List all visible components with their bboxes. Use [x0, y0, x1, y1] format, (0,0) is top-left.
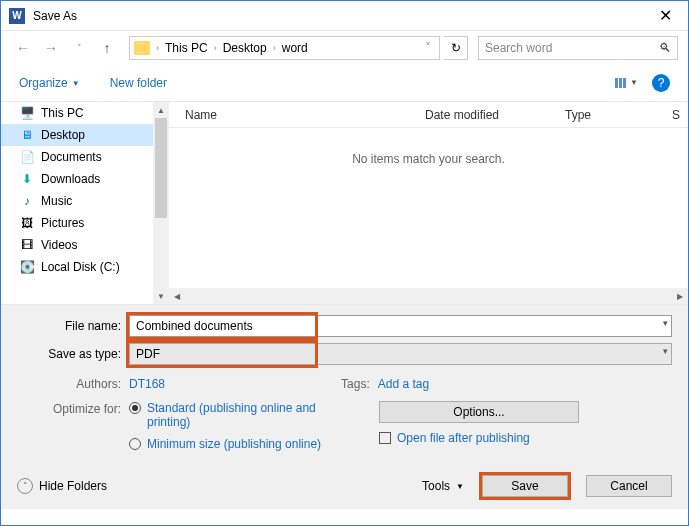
window-title: Save As [33, 9, 77, 23]
optimize-standard-radio[interactable]: Standard (publishing online and printing… [129, 401, 339, 429]
help-icon[interactable]: ? [652, 74, 670, 92]
chevron-down-icon[interactable]: ▾ [663, 346, 668, 356]
sidebar-item-downloads[interactable]: ⬇ Downloads [1, 168, 153, 190]
filename-input[interactable] [129, 315, 672, 337]
up-button[interactable]: ↑ [95, 36, 119, 60]
scroll-left-icon[interactable]: ◀ [169, 288, 185, 304]
filename-label: File name: [17, 319, 129, 333]
savetype-combobox[interactable]: PDF [129, 343, 672, 365]
sidebar-item-desktop[interactable]: 🖥 Desktop [1, 124, 153, 146]
column-date[interactable]: Date modified [425, 108, 565, 122]
filelist-hscrollbar[interactable]: ◀ ▶ [169, 288, 688, 304]
new-folder-button[interactable]: New folder [110, 76, 167, 90]
view-button[interactable]: ▼ [615, 78, 638, 88]
disk-icon: 💽 [19, 260, 35, 274]
cancel-button[interactable]: Cancel [586, 475, 672, 497]
word-app-icon: W [9, 8, 25, 24]
breadcrumb-desktop[interactable]: Desktop [221, 41, 269, 55]
scroll-up-icon[interactable]: ▲ [153, 102, 169, 118]
titlebar: W Save As ✕ [1, 1, 688, 31]
main-area: 🖥️ This PC 🖥 Desktop 📄 Documents ⬇ Downl… [1, 101, 688, 305]
sidebar-item-documents[interactable]: 📄 Documents [1, 146, 153, 168]
document-icon: 📄 [19, 150, 35, 164]
column-name[interactable]: Name [185, 108, 425, 122]
optimize-minimum-radio[interactable]: Minimum size (publishing online) [129, 437, 339, 451]
search-input[interactable]: Search word 🔍︎ [478, 36, 678, 60]
desktop-icon: 🖥 [19, 128, 35, 142]
toolbar: Organize▼ New folder ▼ ? [1, 65, 688, 101]
sidebar-item-pictures[interactable]: 🖼 Pictures [1, 212, 153, 234]
sidebar-item-this-pc[interactable]: 🖥️ This PC [1, 102, 153, 124]
pictures-icon: 🖼 [19, 216, 35, 230]
recent-locations-button[interactable]: ˅ [67, 36, 91, 60]
music-icon: ♪ [19, 194, 35, 208]
navigation-bar: ← → ˅ ↑ › This PC › Desktop › word ˅ ↻ S… [1, 31, 688, 65]
address-dropdown-icon[interactable]: ˅ [421, 41, 435, 55]
column-type[interactable]: Type [565, 108, 645, 122]
savetype-label: Save as type: [17, 347, 129, 361]
search-icon[interactable]: 🔍︎ [659, 41, 671, 55]
column-headers: Name Date modified Type S [169, 102, 688, 128]
close-icon[interactable]: ✕ [651, 6, 680, 25]
tools-button[interactable]: Tools ▼ [422, 479, 464, 493]
back-button[interactable]: ← [11, 36, 35, 60]
refresh-button[interactable]: ↻ [444, 36, 468, 60]
chevron-down-icon: ▼ [72, 79, 80, 88]
column-size[interactable]: S [672, 108, 688, 122]
breadcrumb-this-pc[interactable]: This PC [163, 41, 210, 55]
folder-icon [134, 41, 150, 55]
scrollbar-thumb[interactable] [155, 118, 167, 218]
save-button[interactable]: Save [482, 475, 568, 497]
options-button[interactable]: Options... [379, 401, 579, 423]
chevron-down-icon: ▼ [456, 482, 464, 491]
breadcrumb-word[interactable]: word [280, 41, 310, 55]
authors-label: Authors: [17, 377, 129, 391]
chevron-up-icon: ˄ [17, 478, 33, 494]
open-after-checkbox[interactable]: Open file after publishing [379, 431, 530, 445]
chevron-down-icon[interactable]: ▾ [663, 318, 668, 328]
sidebar-item-videos[interactable]: 🎞 Videos [1, 234, 153, 256]
authors-value[interactable]: DT168 [129, 377, 165, 391]
file-list: Name Date modified Type S No items match… [169, 102, 688, 304]
tags-value[interactable]: Add a tag [378, 377, 429, 391]
hide-folders-button[interactable]: ˄ Hide Folders [17, 478, 107, 494]
download-icon: ⬇ [19, 172, 35, 186]
radio-unchecked-icon [129, 438, 141, 450]
sidebar-item-music[interactable]: ♪ Music [1, 190, 153, 212]
radio-checked-icon [129, 402, 141, 414]
forward-button[interactable]: → [39, 36, 63, 60]
scroll-right-icon[interactable]: ▶ [672, 288, 688, 304]
scroll-down-icon[interactable]: ▼ [153, 288, 169, 304]
pc-icon: 🖥️ [19, 106, 35, 120]
search-placeholder: Search word [485, 41, 659, 55]
checkbox-unchecked-icon [379, 432, 391, 444]
optimize-label: Optimize for: [17, 401, 129, 459]
empty-message: No items match your search. [169, 128, 688, 166]
sidebar: 🖥️ This PC 🖥 Desktop 📄 Documents ⬇ Downl… [1, 102, 153, 304]
organize-button[interactable]: Organize▼ [19, 76, 80, 90]
bottom-panel: File name: ▾ Save as type: PDF ▾ Authors… [1, 305, 688, 509]
sidebar-item-local-disk[interactable]: 💽 Local Disk (C:) [1, 256, 153, 278]
tags-label: Tags: [341, 377, 370, 391]
videos-icon: 🎞 [19, 238, 35, 252]
address-bar[interactable]: › This PC › Desktop › word ˅ [129, 36, 440, 60]
sidebar-scrollbar[interactable]: ▲ ▼ [153, 102, 169, 304]
